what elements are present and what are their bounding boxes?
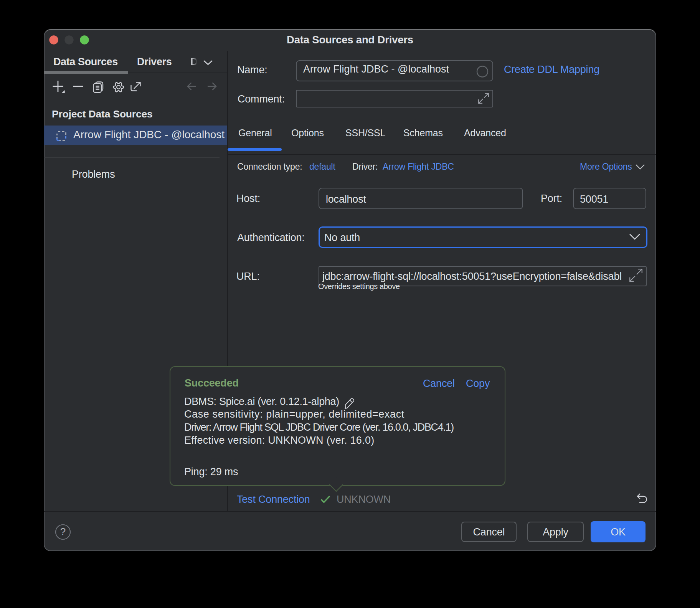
- svg-text:?: ?: [60, 526, 66, 537]
